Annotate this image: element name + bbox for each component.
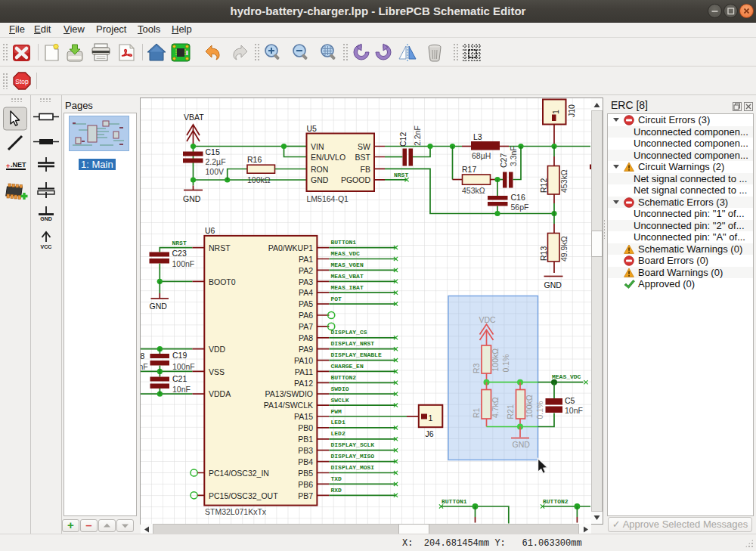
svg-text:LED1: LED1 [331, 419, 345, 426]
svg-text:PB6: PB6 [298, 480, 313, 489]
svg-text:PA5: PA5 [299, 299, 313, 308]
svg-text:EN/UVLO: EN/UVLO [311, 153, 345, 162]
svg-text:1: 1 [551, 110, 560, 114]
svg-text:GND: GND [150, 302, 168, 311]
svg-text:+: + [6, 163, 10, 170]
svg-text:MEAS_VBAT: MEAS_VBAT [331, 273, 364, 280]
svg-text:SW: SW [358, 142, 370, 151]
svg-text:L3: L3 [473, 132, 482, 141]
svg-text:0.1%: 0.1% [501, 354, 510, 373]
svg-text:PA12: PA12 [294, 379, 313, 388]
svg-text:4.7kΩ: 4.7kΩ [491, 397, 500, 418]
svg-text:GND: GND [183, 194, 201, 203]
svg-text:DISPLAY_SCLK: DISPLAY_SCLK [331, 441, 375, 448]
svg-text:49.9kΩ: 49.9kΩ [559, 236, 569, 262]
svg-text:VIN: VIN [311, 142, 324, 151]
svg-text:R1: R1 [472, 407, 481, 418]
svg-text:68µH: 68µH [472, 151, 491, 160]
svg-text:MEAS_VDC: MEAS_VDC [331, 250, 361, 257]
svg-text:100kΩ: 100kΩ [247, 175, 271, 184]
svg-text:C21: C21 [172, 374, 187, 383]
svg-text:VBAT: VBAT [184, 113, 204, 122]
svg-text:56pF: 56pF [511, 203, 529, 212]
svg-text:C19: C19 [172, 351, 187, 360]
svg-text:10nF: 10nF [172, 385, 191, 394]
svg-text:PB4: PB4 [298, 457, 313, 466]
svg-text:VCC: VCC [41, 244, 52, 249]
svg-text:LM5164-Q1: LM5164-Q1 [307, 194, 349, 203]
svg-text:BUTTON2: BUTTON2 [331, 374, 357, 381]
svg-text:1: 1 [429, 413, 433, 423]
svg-text:PA10: PA10 [294, 356, 313, 365]
svg-text:NRST: NRST [172, 240, 187, 246]
svg-text:.NET: .NET [11, 161, 26, 169]
svg-text:C16: C16 [511, 193, 525, 202]
svg-text:SWCLK: SWCLK [331, 397, 349, 404]
svg-text:BUTTON1: BUTTON1 [331, 239, 357, 246]
svg-text:PA1: PA1 [299, 255, 313, 264]
svg-text:NRST: NRST [209, 243, 231, 252]
svg-text:PGOOD: PGOOD [341, 175, 371, 184]
svg-text:NRST: NRST [394, 172, 408, 178]
svg-text:Stop: Stop [15, 78, 29, 85]
svg-text:100V: 100V [206, 167, 225, 176]
svg-text:STM32L071KxTx: STM32L071KxTx [205, 507, 267, 516]
svg-text:DISPLAY_MISO: DISPLAY_MISO [331, 453, 375, 460]
svg-text:GND: GND [513, 440, 531, 449]
svg-text:R12: R12 [539, 178, 548, 193]
svg-text:3.3nF: 3.3nF [509, 146, 518, 166]
svg-text:BST: BST [355, 153, 371, 162]
svg-text:MEAS_VDC: MEAS_VDC [552, 373, 581, 380]
svg-text:SWDIO: SWDIO [331, 385, 349, 392]
svg-text:GND: GND [40, 216, 52, 221]
svg-text:BUTTON2: BUTTON2 [543, 498, 569, 505]
svg-text:LED2: LED2 [331, 430, 345, 437]
svg-text:PC14/OSC32_IN: PC14/OSC32_IN [209, 469, 269, 478]
svg-text:PB5: PB5 [298, 469, 313, 478]
svg-text:C23: C23 [172, 249, 187, 258]
svg-text:PA7: PA7 [299, 322, 313, 331]
svg-text:100nF: 100nF [172, 362, 195, 371]
svg-text:PC15/OSC32_OUT: PC15/OSC32_OUT [209, 491, 278, 500]
svg-text:VSS: VSS [209, 367, 225, 376]
svg-text:C5: C5 [565, 396, 575, 405]
svg-text:100nF: 100nF [141, 362, 148, 371]
svg-text:VDC: VDC [479, 315, 497, 324]
svg-text:R21: R21 [506, 404, 515, 419]
svg-text:R17: R17 [462, 165, 476, 174]
svg-text:POT: POT [331, 296, 342, 302]
svg-text:DISPLAY_CS: DISPLAY_CS [331, 329, 367, 336]
svg-text:PA13/SWDIO: PA13/SWDIO [265, 389, 313, 398]
svg-text:PA14/SWCLK: PA14/SWCLK [264, 401, 313, 410]
svg-text:PB0: PB0 [298, 423, 313, 432]
svg-text:100kΩ: 100kΩ [491, 348, 500, 372]
svg-text:PA9: PA9 [299, 345, 313, 354]
svg-text:FB: FB [361, 165, 370, 174]
svg-text:R3: R3 [472, 363, 481, 373]
svg-text:PWM: PWM [331, 408, 342, 415]
svg-text:TXD: TXD [331, 475, 342, 482]
svg-text:PA0/WKUP1: PA0/WKUP1 [268, 243, 313, 252]
svg-text:U6: U6 [205, 226, 215, 235]
svg-text:PA4: PA4 [299, 288, 313, 297]
svg-text:MEAS_VGEN: MEAS_VGEN [331, 262, 364, 268]
svg-text:J6: J6 [426, 429, 434, 438]
svg-text:R16: R16 [247, 155, 262, 164]
svg-text:DISPLAY_MOSI: DISPLAY_MOSI [331, 464, 375, 471]
svg-text:VDDA: VDDA [209, 389, 231, 398]
svg-text:C27: C27 [499, 153, 508, 168]
svg-text:J10: J10 [567, 104, 576, 117]
svg-text:RON: RON [311, 165, 328, 174]
svg-text:RXD: RXD [331, 487, 342, 494]
svg-text:DISPLAY_ENABLE: DISPLAY_ENABLE [331, 351, 382, 358]
svg-text:C12: C12 [398, 132, 407, 147]
svg-text:PB3: PB3 [298, 446, 313, 455]
svg-text:453kΩ: 453kΩ [559, 169, 569, 193]
svg-text:100nF: 100nF [172, 259, 195, 268]
svg-text:PA2: PA2 [299, 266, 313, 275]
svg-text:100kΩ: 100kΩ [525, 395, 534, 418]
svg-text:2.2nF: 2.2nF [413, 125, 422, 146]
svg-text:CHARGE_EN: CHARGE_EN [331, 363, 364, 370]
svg-text:GND: GND [544, 280, 562, 289]
svg-text:GND: GND [311, 175, 329, 184]
